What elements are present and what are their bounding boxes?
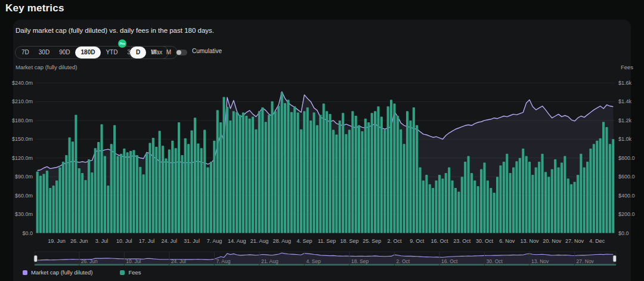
fees-bar[interactable] bbox=[306, 107, 309, 233]
fees-bar[interactable] bbox=[609, 144, 611, 233]
fees-bar[interactable] bbox=[393, 104, 395, 233]
fees-bar[interactable] bbox=[528, 162, 531, 233]
fees-bar[interactable] bbox=[159, 131, 161, 233]
fees-bar[interactable] bbox=[197, 143, 199, 233]
fees-bar[interactable] bbox=[351, 111, 354, 233]
fees-bar[interactable] bbox=[297, 113, 299, 233]
fees-bar[interactable] bbox=[361, 131, 363, 233]
fees-bar[interactable] bbox=[46, 171, 48, 233]
fees-bar[interactable] bbox=[509, 173, 512, 233]
fees-bar[interactable] bbox=[345, 134, 348, 233]
fees-bar[interactable] bbox=[171, 141, 174, 233]
fees-bar[interactable] bbox=[358, 125, 360, 233]
fees-bar[interactable] bbox=[377, 106, 379, 233]
fees-bar[interactable] bbox=[605, 127, 608, 233]
fees-bar[interactable] bbox=[242, 113, 244, 233]
fees-bar[interactable] bbox=[515, 161, 518, 233]
fees-bar[interactable] bbox=[441, 178, 444, 233]
fees-bar[interactable] bbox=[406, 111, 408, 233]
fees-bar[interactable] bbox=[602, 122, 605, 233]
fees-bar[interactable] bbox=[506, 154, 508, 233]
fees-bar[interactable] bbox=[316, 125, 318, 233]
fees-bar[interactable] bbox=[531, 175, 534, 233]
fees-bar[interactable] bbox=[101, 124, 103, 233]
fees-bar[interactable] bbox=[339, 121, 341, 233]
fees-bar[interactable] bbox=[387, 106, 389, 233]
fees-bar[interactable] bbox=[233, 111, 235, 233]
fees-bar[interactable] bbox=[577, 175, 579, 233]
fees-bar[interactable] bbox=[567, 178, 569, 233]
fees-bar[interactable] bbox=[252, 117, 254, 233]
fees-bar[interactable] bbox=[290, 112, 293, 233]
fees-bar[interactable] bbox=[451, 181, 454, 233]
fees-bar[interactable] bbox=[271, 101, 273, 233]
fees-bar[interactable] bbox=[570, 184, 572, 233]
fees-bar[interactable] bbox=[480, 169, 482, 233]
brush-handle-left[interactable] bbox=[34, 255, 38, 262]
fees-bar[interactable] bbox=[397, 116, 399, 233]
fees-bar[interactable] bbox=[162, 146, 164, 233]
fees-bar[interactable] bbox=[85, 180, 87, 233]
fees-bar[interactable] bbox=[207, 168, 209, 233]
fees-bar[interactable] bbox=[165, 159, 167, 233]
fees-bar[interactable] bbox=[535, 168, 537, 233]
fees-bar[interactable] bbox=[281, 92, 283, 233]
fees-bar[interactable] bbox=[422, 181, 425, 233]
fees-bar[interactable] bbox=[483, 163, 485, 233]
fees-bar[interactable] bbox=[367, 122, 370, 233]
fees-bar[interactable] bbox=[219, 122, 222, 233]
fees-bar[interactable] bbox=[39, 176, 42, 233]
fees-bar[interactable] bbox=[62, 162, 64, 233]
fees-bar[interactable] bbox=[300, 129, 302, 233]
fees-bar[interactable] bbox=[612, 139, 614, 233]
fees-bar[interactable] bbox=[477, 186, 479, 233]
fees-bar[interactable] bbox=[136, 155, 138, 233]
fees-bar[interactable] bbox=[265, 122, 267, 233]
fees-bar[interactable] bbox=[464, 162, 466, 233]
fees-bar[interactable] bbox=[512, 168, 515, 233]
fees-bar[interactable] bbox=[184, 138, 187, 233]
fees-bar[interactable] bbox=[383, 130, 386, 233]
fees-bar[interactable] bbox=[52, 186, 55, 233]
fees-bar[interactable] bbox=[470, 173, 473, 233]
fees-bar[interactable] bbox=[88, 159, 90, 233]
fees-bar[interactable] bbox=[110, 144, 113, 233]
fees-bar[interactable] bbox=[583, 168, 586, 233]
fees-bar[interactable] bbox=[429, 184, 431, 233]
fees-bar[interactable] bbox=[181, 155, 183, 233]
fees-bar[interactable] bbox=[94, 148, 97, 233]
fees-bar[interactable] bbox=[413, 107, 415, 233]
fees-bar[interactable] bbox=[551, 169, 553, 233]
fees-bar[interactable] bbox=[75, 115, 77, 233]
fees-bar[interactable] bbox=[599, 138, 602, 233]
fees-bar[interactable] bbox=[72, 141, 74, 233]
fees-bar[interactable] bbox=[203, 130, 206, 233]
fees-bar[interactable] bbox=[457, 192, 460, 233]
fees-bar[interactable] bbox=[155, 147, 157, 233]
fees-bar[interactable] bbox=[499, 165, 501, 233]
fees-bar[interactable] bbox=[419, 168, 422, 233]
fees-bar[interactable] bbox=[200, 148, 203, 233]
fees-bar[interactable] bbox=[213, 141, 215, 233]
fees-bar[interactable] bbox=[454, 188, 457, 233]
legend-market-cap[interactable]: Market cap (fully diluted) bbox=[23, 269, 92, 276]
fees-bar[interactable] bbox=[438, 175, 441, 233]
fees-bar[interactable] bbox=[586, 162, 589, 233]
fees-bar[interactable] bbox=[473, 181, 476, 233]
fees-bar[interactable] bbox=[36, 172, 39, 233]
fees-bar[interactable] bbox=[49, 188, 51, 233]
fees-bar[interactable] bbox=[239, 115, 242, 233]
fees-bar[interactable] bbox=[236, 112, 238, 233]
fees-bar[interactable] bbox=[589, 149, 592, 233]
fees-bar[interactable] bbox=[493, 193, 496, 233]
fees-bar[interactable] bbox=[525, 156, 528, 233]
fees-bar[interactable] bbox=[329, 114, 332, 233]
fees-bar[interactable] bbox=[303, 111, 305, 233]
fees-bar[interactable] bbox=[139, 167, 141, 233]
fees-bar[interactable] bbox=[326, 111, 328, 233]
fees-bar[interactable] bbox=[123, 149, 125, 233]
fees-bar[interactable] bbox=[574, 182, 576, 233]
fees-bar[interactable] bbox=[274, 111, 277, 233]
fees-bar[interactable] bbox=[117, 156, 119, 233]
fees-bar[interactable] bbox=[107, 186, 109, 233]
